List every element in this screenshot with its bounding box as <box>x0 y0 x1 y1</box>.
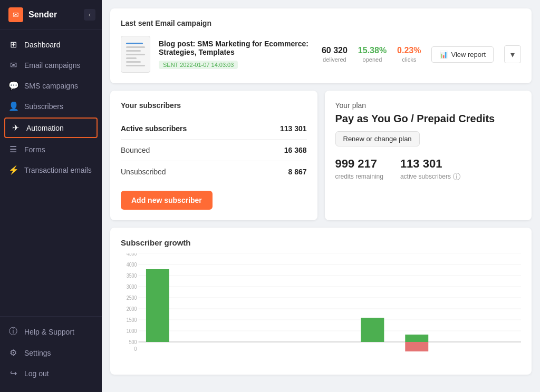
thumb-line <box>126 61 141 63</box>
chart-svg: 4500 4000 3500 3000 2500 2000 1500 1000 … <box>121 253 521 364</box>
email-campaigns-icon: ✉ <box>8 60 18 70</box>
chart-bar-aug <box>405 342 428 351</box>
sidebar-item-label: Email campaigns <box>24 61 81 70</box>
thumb-line <box>126 50 141 52</box>
sidebar-item-help-support[interactable]: ⓘ Help & Support <box>0 321 102 342</box>
active-count: 113 301 <box>280 124 307 133</box>
view-report-button[interactable]: 📊 View report <box>431 46 494 63</box>
bounced-count: 16 368 <box>284 146 307 154</box>
campaign-content: Blog post: SMS Marketing for Ecommerce: … <box>121 36 521 73</box>
sidebar-item-subscribers[interactable]: 👤 Subscribers <box>0 96 102 116</box>
dashboard-icon: ⊞ <box>8 40 18 50</box>
subscribers-card: Your subscribers Active subscribers 113 … <box>110 91 317 220</box>
sidebar-item-label: Dashboard <box>24 41 61 49</box>
help-icon: ⓘ <box>8 326 18 337</box>
transactional-icon: ⚡ <box>8 165 18 175</box>
subscriber-row-active: Active subscribers 113 301 <box>121 118 307 140</box>
svg-text:0: 0 <box>134 346 137 352</box>
plan-card: Your plan Pay as You Go / Prepaid Credit… <box>325 91 532 220</box>
svg-text:3000: 3000 <box>127 283 137 290</box>
credits-stat: 999 217 credits remaining <box>335 157 383 180</box>
chart-bar-icon: 📊 <box>439 51 448 58</box>
view-report-label: View report <box>451 51 486 58</box>
plan-name: Pay as You Go / Prepaid Credits <box>335 113 522 125</box>
sidebar-item-automation[interactable]: ✈ Automation <box>4 117 98 138</box>
thumbnail-lines <box>122 38 149 71</box>
sidebar-item-dashboard[interactable]: ⊞ Dashboard <box>0 34 102 55</box>
svg-text:2500: 2500 <box>127 295 137 301</box>
active-subs-label: active subscribers i <box>400 173 460 180</box>
chart-bar-jul <box>361 318 384 342</box>
sidebar: ✉ Sender ‹ ⊞ Dashboard ✉ Email campaigns… <box>0 0 102 392</box>
subscriber-row-unsubscribed: Unsubscribed 8 867 <box>121 161 307 182</box>
svg-text:4000: 4000 <box>127 261 137 268</box>
unsubscribed-label: Unsubscribed <box>121 168 166 176</box>
delivered-label: delivered <box>322 56 348 63</box>
sidebar-collapse-button[interactable]: ‹ <box>84 9 95 21</box>
sidebar-item-label: Automation <box>26 124 64 132</box>
svg-text:500: 500 <box>129 339 137 345</box>
campaign-card: Last sent Email campaign Blog post: SMS … <box>110 8 532 83</box>
sidebar-item-label: Log out <box>24 369 49 378</box>
svg-text:2000: 2000 <box>127 306 137 312</box>
main-content: Last sent Email campaign Blog post: SMS … <box>102 0 540 392</box>
sidebar-item-label: SMS campaigns <box>24 82 78 90</box>
thumb-line <box>126 54 145 55</box>
add-new-subscriber-button[interactable]: Add new subscriber <box>121 191 213 210</box>
stat-clicks: 0.23% clicks <box>397 46 421 63</box>
logo-text: Sender <box>28 10 57 19</box>
settings-icon: ⚙ <box>8 348 18 358</box>
logout-icon: ↪ <box>8 368 18 378</box>
sidebar-bottom: ⓘ Help & Support ⚙ Settings ↪ Log out <box>0 316 102 392</box>
credits-value: 999 217 <box>335 157 383 171</box>
sidebar-item-label: Help & Support <box>24 328 74 336</box>
opened-value: 15.38% <box>358 46 387 55</box>
svg-text:4500: 4500 <box>127 253 137 257</box>
sidebar-logo: ✉ Sender ‹ <box>0 0 102 30</box>
plan-stats: 999 217 credits remaining 113 301 active… <box>335 157 522 180</box>
sidebar-item-label: Settings <box>24 349 51 357</box>
view-report-dropdown[interactable]: ▾ <box>504 45 521 63</box>
thumb-line <box>126 65 145 66</box>
chart-title: Subscriber growth <box>121 238 521 247</box>
campaign-sent-badge: SENT 2022-01-07 14:03:03 <box>159 61 238 69</box>
unsubscribed-count: 8 867 <box>288 168 306 176</box>
credits-label: credits remaining <box>335 173 383 180</box>
svg-text:3500: 3500 <box>127 272 137 279</box>
renew-plan-button[interactable]: Renew or change plan <box>335 131 420 146</box>
campaign-stats: 60 320 delivered 15.38% opened 0.23% cli… <box>322 45 521 63</box>
campaign-name: Blog post: SMS Marketing for Ecommerce: … <box>159 40 313 56</box>
svg-text:1500: 1500 <box>127 317 137 323</box>
delivered-value: 60 320 <box>322 46 348 55</box>
thumb-line <box>126 46 145 48</box>
sidebar-item-label: Transactional emails <box>24 166 92 174</box>
bounced-label: Bounced <box>121 146 150 154</box>
sidebar-item-email-campaigns[interactable]: ✉ Email campaigns <box>0 55 102 75</box>
subscriber-row-bounced: Bounced 16 368 <box>121 140 307 161</box>
clicks-value: 0.23% <box>397 46 421 55</box>
forms-icon: ☰ <box>8 144 18 154</box>
sidebar-nav: ⊞ Dashboard ✉ Email campaigns 💬 SMS camp… <box>0 30 102 316</box>
chart-area: 4500 4000 3500 3000 2500 2000 1500 1000 … <box>121 253 521 364</box>
info-icon: i <box>453 173 460 180</box>
sidebar-item-logout[interactable]: ↪ Log out <box>0 363 102 384</box>
sidebar-item-sms-campaigns[interactable]: 💬 SMS campaigns <box>0 75 102 96</box>
stat-delivered: 60 320 delivered <box>322 46 348 63</box>
sidebar-item-forms[interactable]: ☰ Forms <box>0 139 102 160</box>
subscribers-icon: 👤 <box>8 101 18 111</box>
chart-bar-jan <box>146 269 169 342</box>
automation-icon: ✈ <box>11 123 20 133</box>
active-subs-value: 113 301 <box>400 157 460 171</box>
thumb-line <box>126 57 137 59</box>
chart-card: Subscriber growth 4500 4000 3500 3000 <box>110 228 532 375</box>
sidebar-item-transactional-emails[interactable]: ⚡ Transactional emails <box>0 160 102 180</box>
svg-text:1000: 1000 <box>127 328 137 334</box>
sidebar-item-settings[interactable]: ⚙ Settings <box>0 342 102 363</box>
opened-label: opened <box>358 56 387 63</box>
subscribers-section-title: Your subscribers <box>121 101 307 110</box>
active-subs-stat: 113 301 active subscribers i <box>400 157 460 180</box>
clicks-label: clicks <box>397 56 421 63</box>
stat-opened: 15.38% opened <box>358 46 387 63</box>
plan-section-title: Your plan <box>335 101 522 110</box>
active-label: Active subscribers <box>121 124 187 133</box>
